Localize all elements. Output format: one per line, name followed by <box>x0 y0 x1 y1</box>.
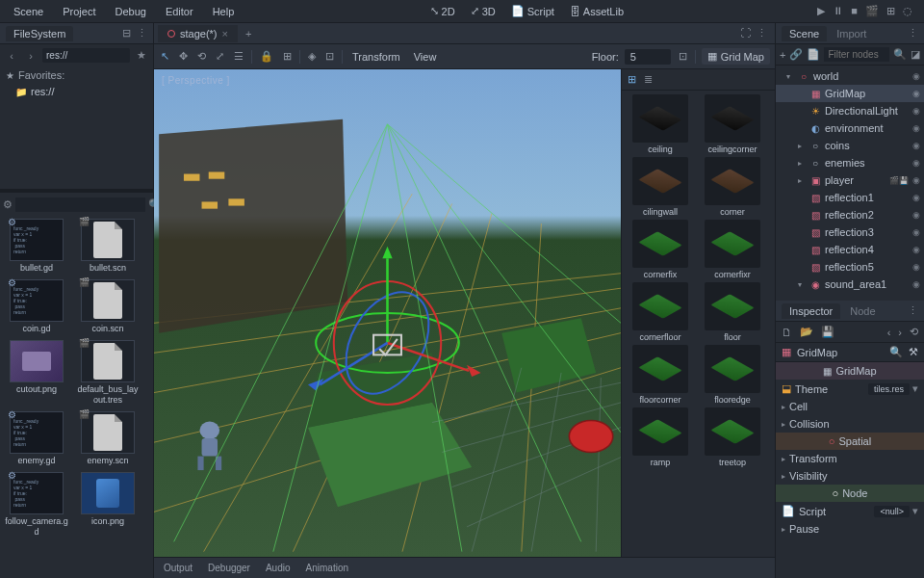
dock-menu-icon[interactable]: ⋮ <box>908 304 918 317</box>
file-item[interactable]: ⚙func _readyvar x = 1if true: passreturn… <box>2 470 71 539</box>
file-item[interactable]: icon.png <box>73 470 142 539</box>
dock-menu-icon[interactable]: ⋮ <box>137 27 147 39</box>
scene-node[interactable]: ▾○world◉ <box>776 67 924 85</box>
menu-scene[interactable]: Scene <box>6 3 51 20</box>
mesh-item[interactable]: cornerfixr <box>698 220 767 279</box>
play-icon[interactable]: ▶ <box>817 5 825 17</box>
scene-tab-stage[interactable]: stage(*) × <box>158 25 238 42</box>
mesh-item[interactable]: floorcorner <box>626 345 695 405</box>
res-root-row[interactable]: 📁 res:// <box>0 84 153 99</box>
local-space-icon[interactable]: ◈ <box>306 48 318 65</box>
attach-script-icon[interactable]: 📄 <box>807 48 820 61</box>
mesh-item[interactable]: treetop <box>698 407 767 467</box>
grid-view-icon[interactable]: ⊞ <box>628 73 636 86</box>
inspector-tab[interactable]: Inspector <box>782 303 840 319</box>
gridmap-menu[interactable]: ▦ Grid Map <box>702 48 770 65</box>
select-tool-icon[interactable]: ↖ <box>159 48 171 65</box>
mesh-item[interactable]: ceilingcorner <box>698 94 767 154</box>
link-icon[interactable]: 🔗 <box>789 48 803 61</box>
play-custom-icon[interactable]: ⊞ <box>886 5 895 17</box>
scene-node[interactable]: ☀DirectionalLight◉ <box>776 102 924 119</box>
add-node-icon[interactable]: + <box>780 49 785 61</box>
scale-tool-icon[interactable]: ⤢ <box>214 48 226 65</box>
inspector-transform-section[interactable]: ▸Transform <box>776 450 924 467</box>
file-item[interactable]: 🎬bullet.scn <box>73 217 142 276</box>
new-resource-icon[interactable]: 🗋 <box>782 327 792 338</box>
menu-help[interactable]: Help <box>205 3 243 20</box>
load-resource-icon[interactable]: 📂 <box>800 326 813 338</box>
file-item[interactable]: cutout.png <box>2 338 71 407</box>
mesh-item[interactable]: flooredge <box>698 345 767 405</box>
list-view-icon[interactable]: ≣ <box>644 73 653 86</box>
dock-menu-icon[interactable]: ⋮ <box>908 27 918 39</box>
menu-project[interactable]: Project <box>55 3 103 20</box>
bottom-debugger[interactable]: Debugger <box>208 563 250 573</box>
mesh-item[interactable]: floor <box>698 282 767 342</box>
scene-node[interactable]: ▧reflection3◉ <box>776 223 924 241</box>
workspace-assetlib[interactable]: 🗄AssetLib <box>564 3 629 20</box>
play-scene-icon[interactable]: 🎬 <box>865 5 879 17</box>
render-icon[interactable]: ◌ <box>903 5 912 17</box>
stop-icon[interactable]: ■ <box>851 5 858 17</box>
scene-node[interactable]: ▸○coins◉ <box>776 137 924 154</box>
list-select-icon[interactable]: ☰ <box>232 48 245 65</box>
scene-dock-tab[interactable]: Scene <box>782 26 827 41</box>
file-item[interactable]: 🎬default_bus_layout.tres <box>73 338 142 407</box>
file-item[interactable]: ⚙func _readyvar x = 1if true: passreturn… <box>2 409 71 468</box>
floor-spinner[interactable]: 5 <box>625 49 671 65</box>
filter-nodes-input[interactable] <box>824 47 889 62</box>
distraction-free-icon[interactable]: ⛶ <box>740 27 751 39</box>
scene-node[interactable]: ▸○enemies◉ <box>776 154 924 171</box>
history-icon[interactable]: ⟲ <box>910 326 918 338</box>
transform-menu[interactable]: Transform <box>348 51 404 63</box>
pause-icon[interactable]: ⏸ <box>833 5 843 17</box>
scene-node[interactable]: ▾◉sound_area1◉ <box>776 276 924 293</box>
add-tab-icon[interactable]: + <box>238 28 259 39</box>
bottom-output[interactable]: Output <box>164 563 192 573</box>
menu-editor[interactable]: Editor <box>158 3 201 20</box>
menu-debug[interactable]: Debug <box>107 3 153 20</box>
filesystem-tab[interactable]: FileSystem <box>6 26 73 41</box>
gear-icon[interactable]: ⚙ <box>3 198 13 211</box>
inspector-cell-section[interactable]: ▸Cell <box>776 398 924 415</box>
scene-node[interactable]: ▧reflection1◉ <box>776 189 924 206</box>
gridmap-options-icon[interactable]: ⊡ <box>677 48 689 65</box>
workspace-script[interactable]: 📄Script <box>505 2 560 20</box>
mesh-item[interactable]: cornerfloor <box>626 282 695 342</box>
file-item[interactable]: 🎬enemy.scn <box>73 409 142 468</box>
history-back-icon[interactable]: ‹ <box>887 327 891 338</box>
mesh-item[interactable]: cilingwall <box>626 157 695 217</box>
favorite-icon[interactable]: ★ <box>134 49 149 62</box>
mesh-item[interactable]: ramp <box>626 407 695 467</box>
history-fwd-icon[interactable]: › <box>898 327 902 338</box>
mesh-item[interactable]: cornerfix <box>626 220 695 279</box>
favorites-row[interactable]: ★ Favorites: <box>0 66 153 84</box>
splitter[interactable] <box>0 189 153 193</box>
snap-icon[interactable]: ⊡ <box>323 48 336 65</box>
inspector-theme-prop[interactable]: ⬓ Theme tiles.res▾ <box>776 380 924 398</box>
lock-icon[interactable]: 🔒 <box>258 48 275 65</box>
import-dock-tab[interactable]: Import <box>831 26 872 41</box>
scene-node[interactable]: ▦GridMap◉ <box>776 85 924 102</box>
bottom-animation[interactable]: Animation <box>306 563 348 573</box>
scene-node[interactable]: ▧reflection5◉ <box>776 258 924 276</box>
mesh-item[interactable]: ceiling <box>626 94 695 154</box>
rotate-tool-icon[interactable]: ⟲ <box>195 48 208 65</box>
save-resource-icon[interactable]: 💾 <box>821 326 834 338</box>
search-icon[interactable]: 🔍 <box>893 48 907 61</box>
extra-icon[interactable]: ◪ <box>911 48 920 61</box>
mesh-item[interactable]: corner <box>698 157 767 217</box>
file-item[interactable]: ⚙func _readyvar x = 1if true: passreturn… <box>2 217 71 276</box>
split-icon[interactable]: ⊟ <box>122 27 131 39</box>
scene-node[interactable]: ◐environment◉ <box>776 119 924 137</box>
scene-node[interactable]: ▸▣player🎬💾 ◉ <box>776 171 924 189</box>
path-field[interactable]: res:// <box>42 48 130 63</box>
inspector-script-prop[interactable]: 📄 Script <null>▾ <box>776 502 924 520</box>
workspace-2d[interactable]: ⤡2D <box>424 2 461 20</box>
file-filter-input[interactable] <box>15 197 145 212</box>
inspector-collision-section[interactable]: ▸Collision <box>776 415 924 433</box>
scene-node[interactable]: ▧reflection2◉ <box>776 206 924 223</box>
dock-menu-icon[interactable]: ⋮ <box>757 27 767 39</box>
3d-viewport[interactable]: [ Perspective ] <box>154 69 621 557</box>
scene-node[interactable]: ▧reflection4◉ <box>776 241 924 258</box>
